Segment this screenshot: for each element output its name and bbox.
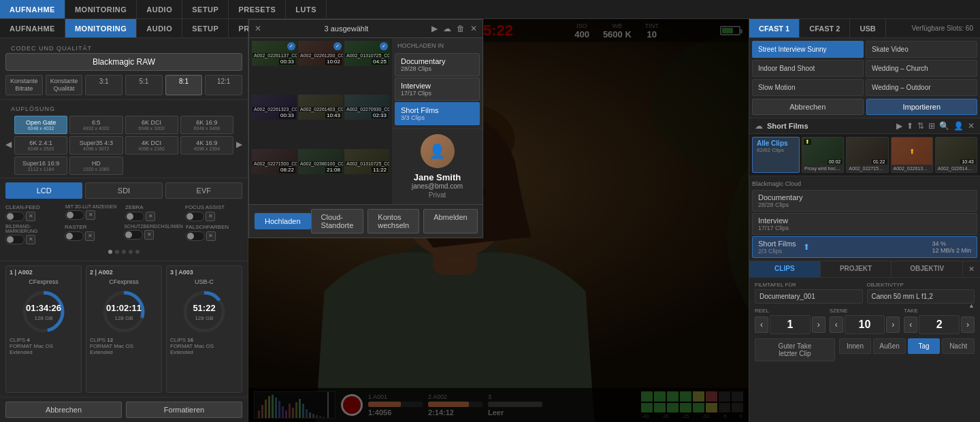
bitrate-5-1[interactable]: 5:1 [125, 75, 163, 95]
sf-sort-icon[interactable]: ⇅ [917, 121, 924, 131]
upload-cloud-icon[interactable]: ☁ [443, 24, 451, 33]
preset-indoor-band[interactable]: Indoor Band Shoot [752, 60, 864, 77]
hochladen-button[interactable]: Hochladen [255, 213, 311, 229]
thumb-9[interactable]: 11:22 A002_01310725_C003 [344, 149, 389, 174]
upload-folder-interview[interactable]: Interview 17/17 Clips [395, 78, 480, 101]
nav-tab-setup[interactable]: SETUP [182, 0, 229, 18]
toggle-schutz-x[interactable]: ✕ [144, 230, 154, 240]
delete-icon[interactable]: 🗑 [457, 24, 465, 33]
sf-folder-documentary[interactable]: Documentary 28/28 Clips [752, 190, 977, 212]
sf-clip-1[interactable]: 00:02 ⬆ Proxy wird hochgeladen [802, 137, 844, 173]
res-hd[interactable]: HD1920 x 1080 [69, 157, 122, 175]
toggle-falsch-x[interactable]: ✕ [206, 231, 216, 241]
res-super16[interactable]: Super16 16:92112 x 1184 [14, 157, 67, 175]
toggle-focus-x[interactable]: ✕ [206, 212, 215, 221]
bitrate-konstante-qualitat[interactable]: KonstanteQualität [46, 75, 83, 95]
thumb-6[interactable]: 02:33 A002_02270930_C002 [344, 95, 389, 120]
sec-nav-setup[interactable]: SETUP [182, 19, 229, 37]
res-4k-16-9[interactable]: 4K 16:94096 x 2304 [180, 136, 233, 155]
res-4k-dci[interactable]: 4K DCI4096 x 2160 [125, 136, 178, 155]
toggle-clean-feed-x[interactable]: ✕ [26, 212, 35, 221]
monitor-tab-evf[interactable]: EVF [165, 182, 242, 199]
sf-play-icon[interactable]: ▶ [896, 121, 902, 131]
take-prev[interactable]: ‹ [904, 316, 917, 333]
sf-clip-4[interactable]: 10:43 A002_02261403_C002 [935, 137, 977, 173]
res-6k-2-4-1[interactable]: 6K 2.4:16048 x 2520 [14, 136, 67, 155]
sf-person-icon[interactable]: 👤 [953, 121, 964, 131]
res-6k-16-9[interactable]: 6K 16:96048 x 3408 [180, 116, 233, 134]
cfast-tab-2[interactable]: CFAST 2 [800, 19, 850, 37]
sf-filter-icon[interactable]: 🔍 [939, 121, 949, 131]
preset-skate-video[interactable]: Skate Video [866, 41, 977, 58]
thumb-1[interactable]: ✓ 00:33 A002_02261137_C002 [252, 41, 297, 66]
toggle-3dlut-switch[interactable] [65, 210, 84, 220]
tag-innen[interactable]: Innen [839, 338, 872, 354]
scroll-up-icon[interactable]: ▲ [968, 302, 975, 309]
formatieren-button[interactable]: Formatieren [126, 402, 242, 418]
abmelden-button[interactable]: Abmelden [423, 209, 478, 233]
toggle-zebra-switch[interactable] [125, 212, 144, 221]
szene-next[interactable]: › [886, 316, 900, 333]
codec-button[interactable]: Blackmagic RAW [5, 53, 242, 71]
sf-folder-interview[interactable]: Interview 17/17 Clips [752, 213, 977, 235]
res-super35[interactable]: Super35 4:34096 x 3072 [69, 136, 122, 155]
thumb-5[interactable]: 10:43 A002_02261403_C002 [298, 95, 343, 120]
thumb-4[interactable]: 00:33 A002_02261323_C004 [252, 95, 297, 120]
cfast-tab-usb[interactable]: USB [850, 19, 885, 37]
toggle-raster-switch[interactable] [65, 231, 84, 241]
sf-cloud-icon[interactable]: ☁ [755, 121, 763, 131]
nav-tab-luts[interactable]: LUTS [286, 0, 327, 18]
res-open-gate[interactable]: Open Gate6048 x 4032 [14, 116, 67, 134]
toggle-schutz-switch[interactable] [124, 230, 143, 240]
sec-nav-aufnahme[interactable]: AUFNAHME [0, 19, 65, 37]
guter-take-btn[interactable]: Guter Take letzter Clip [755, 338, 835, 361]
reel-next[interactable]: › [812, 316, 826, 333]
abbrechen-preset-button[interactable]: Abbrechen [752, 99, 864, 115]
kontos-wechseln-button[interactable]: Kontos wechseln [368, 209, 419, 233]
thumb-3[interactable]: ✓ 04:25 A002_01310725_C002 [344, 41, 389, 66]
abbrechen-button[interactable]: Abbrechen [5, 402, 122, 418]
thumb-2[interactable]: ✓ 10:02 A002_02261200_C002 [298, 41, 343, 66]
preset-wedding-outdoor[interactable]: Wedding – Outdoor [866, 79, 977, 96]
sec-nav-audio[interactable]: AUDIO [137, 19, 182, 37]
toggle-zebra-x[interactable]: ✕ [146, 212, 155, 221]
toggle-focus-switch[interactable] [185, 212, 204, 221]
take-next[interactable]: › [961, 316, 975, 333]
res-6-5[interactable]: 6:54832 x 4032 [69, 116, 122, 134]
bitrate-konstante-bitrate[interactable]: KonstanteBitrate [5, 75, 43, 95]
clip-tab-close[interactable]: ✕ [963, 261, 980, 277]
play-icon[interactable]: ▶ [431, 24, 438, 33]
sec-nav-monitoring[interactable]: MONITORING [65, 19, 137, 37]
close-right-icon[interactable]: ✕ [470, 24, 477, 33]
clip-tab-clips[interactable]: CLIPS [749, 261, 821, 277]
res-next-icon[interactable]: ▶ [236, 140, 242, 149]
importieren-button[interactable]: Importieren [866, 99, 978, 115]
close-left-icon[interactable]: ✕ [255, 24, 261, 33]
tag-tag[interactable]: Tag [908, 338, 941, 354]
toggle-raster-x[interactable]: ✕ [85, 231, 95, 241]
clip-tab-objektiv[interactable]: OBJEKTIV [892, 261, 963, 277]
nav-tab-presets[interactable]: PRESETS [229, 0, 286, 18]
upload-folder-shortfilms[interactable]: Short Films 3/3 Clips [395, 102, 480, 125]
res-prev-icon[interactable]: ◀ [5, 140, 12, 149]
toggle-falsch-switch[interactable] [186, 231, 205, 241]
all-clips-folder[interactable]: Alle Clips 62/62 Clips [752, 137, 800, 173]
sf-clip-3[interactable]: ⬆ A002_02261323_C004 [891, 137, 933, 173]
sf-grid-icon[interactable]: ⊞ [928, 121, 935, 131]
bitrate-12-1[interactable]: 12:1 [205, 75, 242, 95]
res-6k-dci[interactable]: 6K DCI6048 x 3200 [125, 116, 178, 134]
cfast-tab-1[interactable]: CFAST 1 [749, 19, 800, 37]
nav-tab-aufnahme[interactable]: AUFNAHME [0, 0, 65, 18]
toggle-3dlut-x[interactable]: ✕ [86, 210, 95, 220]
tag-aussen[interactable]: Außen [873, 338, 906, 354]
szene-prev[interactable]: ‹ [830, 316, 843, 333]
cloud-standorte-button[interactable]: Cloud-Standorte [311, 209, 364, 233]
tag-nacht[interactable]: Nacht [942, 338, 975, 354]
toggle-clean-feed-switch[interactable] [5, 212, 24, 221]
sf-folder-shortfilms[interactable]: Short Films 2/3 Clips ⬆ 34 %12 MB/s 2 Mi… [752, 236, 977, 258]
sf-clip-2[interactable]: 01:22 A002_02271500_C007 [846, 137, 888, 173]
toggle-bildrand-switch[interactable] [5, 235, 24, 244]
upload-folder-documentary[interactable]: Documentary 28/28 Clips [395, 53, 480, 76]
preset-slow-motion[interactable]: Slow Motion [752, 79, 864, 96]
sf-close-icon[interactable]: ✕ [968, 121, 975, 131]
